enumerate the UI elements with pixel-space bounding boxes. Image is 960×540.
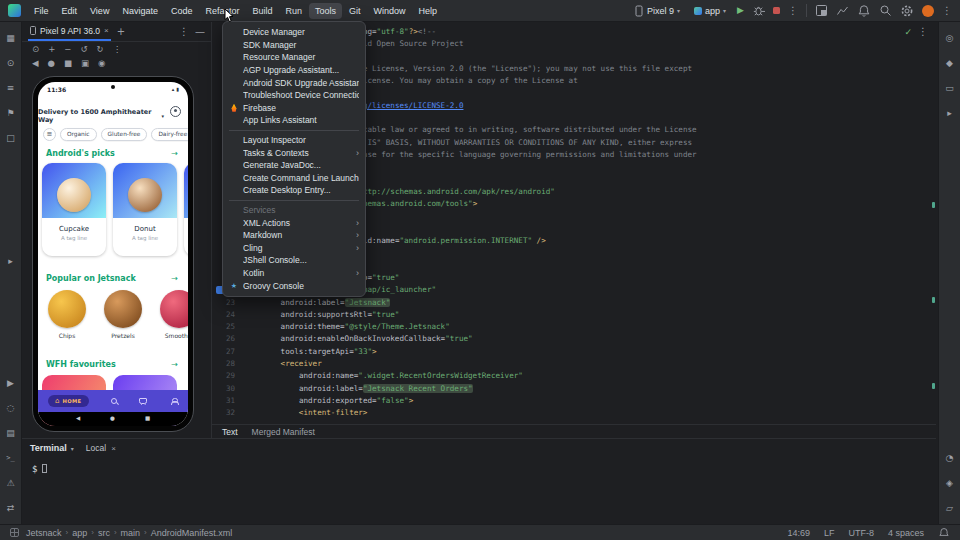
nav-search-icon[interactable] bbox=[111, 398, 117, 404]
menu-item-sdk-manager[interactable]: SDK Manager bbox=[223, 39, 365, 52]
home-icon[interactable]: ● bbox=[48, 59, 55, 68]
android-home-button[interactable]: ● bbox=[110, 416, 115, 422]
menu-item-firebase[interactable]: Firebase bbox=[223, 102, 365, 115]
device-tab[interactable]: Pixel 9 API 36.0 × bbox=[28, 22, 111, 41]
close-icon[interactable]: × bbox=[104, 26, 109, 35]
arrow-forward-icon[interactable]: → bbox=[171, 274, 178, 283]
snack-card-cupcake[interactable]: CupcakeA tag line bbox=[42, 163, 106, 256]
code-line[interactable]: <receiver bbox=[244, 358, 928, 370]
code-line[interactable]: android:supportsRtl="true" bbox=[244, 309, 928, 321]
code-line[interactable]: android:enableOnBackInvokedCallback="tru… bbox=[244, 333, 928, 345]
menu-icon[interactable]: ⋮ bbox=[113, 45, 122, 54]
stop-button[interactable] bbox=[773, 7, 780, 14]
volume-down-icon[interactable]: − bbox=[64, 45, 71, 54]
more-icon[interactable]: ⋮ bbox=[179, 27, 189, 37]
bookmarks-icon[interactable]: ⚑ bbox=[3, 105, 19, 121]
gradle-icon[interactable]: ◆ bbox=[942, 55, 958, 71]
layout-inspector-icon[interactable] bbox=[815, 4, 828, 17]
record-icon[interactable]: ◉ bbox=[98, 59, 105, 68]
close-icon[interactable]: × bbox=[111, 444, 116, 453]
logcat-icon[interactable]: ▤ bbox=[3, 425, 19, 441]
caret-position[interactable]: 14:69 bbox=[787, 528, 810, 538]
emulator-icon[interactable]: ▱ bbox=[942, 500, 958, 516]
structure-icon[interactable]: ≡ bbox=[3, 80, 19, 96]
device-screen[interactable]: 11:36 ▴▮ Delivery to 1600 Amphitheater W… bbox=[38, 82, 188, 426]
rotate-left-icon[interactable]: ↺ bbox=[80, 45, 87, 54]
notifications-icon[interactable] bbox=[857, 4, 871, 18]
filter-chip-gluten-free[interactable]: Gluten-free bbox=[101, 128, 148, 141]
arrow-forward-icon[interactable]: → bbox=[171, 149, 178, 158]
more-vertical-icon[interactable]: ⋮ bbox=[942, 6, 952, 16]
power-icon[interactable]: ⊙ bbox=[32, 45, 39, 54]
debug-button[interactable] bbox=[752, 4, 765, 17]
indent-setting[interactable]: 4 spaces bbox=[888, 528, 924, 538]
breadcrumb-main[interactable]: main bbox=[121, 528, 141, 538]
menu-code[interactable]: Code bbox=[165, 3, 199, 19]
snack-card-partial[interactable] bbox=[184, 163, 188, 256]
menu-item-tasks-contexts[interactable]: Tasks & Contexts› bbox=[223, 146, 365, 159]
menu-item-resource-manager[interactable]: Resource Manager bbox=[223, 51, 365, 64]
menu-item-xml-actions[interactable]: XML Actions› bbox=[223, 216, 365, 229]
running-devices-icon[interactable]: ▸ bbox=[942, 105, 958, 121]
breadcrumb-androidmanifest-xml[interactable]: AndroidManifest.xml bbox=[151, 528, 233, 538]
tab-merged-manifest[interactable]: Merged Manifest bbox=[252, 427, 315, 437]
run-config-selector[interactable]: app ▾ bbox=[691, 4, 729, 18]
terminal-icon[interactable]: >_ bbox=[3, 450, 19, 466]
breadcrumb-jetsnack[interactable]: Jetsnack bbox=[26, 528, 62, 538]
menu-run[interactable]: Run bbox=[279, 3, 308, 19]
breadcrumb-app[interactable]: app bbox=[72, 528, 87, 538]
popular-item-chips[interactable]: Chips bbox=[48, 290, 86, 339]
app-insights-icon[interactable]: ◈ bbox=[942, 475, 958, 491]
menu-item-create-command-line-launcher[interactable]: Create Command Line Launcher... bbox=[223, 172, 365, 185]
breadcrumb-src[interactable]: src bbox=[98, 528, 110, 538]
code-line[interactable]: android:label="Jetsnack Recent Orders" bbox=[244, 383, 928, 395]
back-icon[interactable]: ◀ bbox=[32, 59, 39, 68]
android-back-button[interactable]: ◀ bbox=[76, 416, 80, 422]
version-control-icon[interactable]: ⇄ bbox=[3, 500, 19, 516]
menu-file[interactable]: File bbox=[28, 3, 55, 19]
tab-text[interactable]: Text bbox=[222, 427, 238, 437]
menu-item-markdown[interactable]: Markdown› bbox=[223, 229, 365, 242]
popular-item-smoothie[interactable]: Smoothie bbox=[160, 290, 188, 339]
menu-item-layout-inspector[interactable]: Layout Inspector bbox=[223, 134, 365, 147]
device-manager-icon[interactable]: ▭ bbox=[942, 80, 958, 96]
menu-git[interactable]: Git bbox=[343, 3, 367, 19]
menu-item-services[interactable]: Services bbox=[223, 204, 365, 217]
arrow-forward-icon[interactable]: → bbox=[171, 360, 178, 369]
project-icon[interactable]: ▦ bbox=[3, 30, 19, 46]
inspections-widget[interactable]: ✓ ⋮ bbox=[904, 27, 928, 37]
filter-chip-organic[interactable]: Organic bbox=[60, 128, 97, 141]
more-run-actions-icon[interactable]: ⋮ bbox=[788, 6, 798, 16]
nav-profile-icon[interactable] bbox=[170, 398, 178, 405]
menu-edit[interactable]: Edit bbox=[56, 3, 84, 19]
menu-navigate[interactable]: Navigate bbox=[116, 3, 164, 19]
grid-icon[interactable] bbox=[10, 528, 19, 537]
menu-item-generate-javadoc[interactable]: Generate JavaDoc... bbox=[223, 159, 365, 172]
snack-card-donut[interactable]: DonutA tag line bbox=[113, 163, 177, 256]
delivery-bar[interactable]: Delivery to 1600 Amphitheater Way ▾ bbox=[38, 108, 164, 124]
device-explorer-icon[interactable]: □ bbox=[3, 130, 19, 146]
more-icon[interactable]: ⋮ bbox=[918, 27, 928, 37]
rotate-right-icon[interactable]: ↻ bbox=[97, 45, 104, 54]
menu-item-kotlin[interactable]: Kotlin› bbox=[223, 267, 365, 280]
run-icon[interactable]: ▶ bbox=[3, 375, 19, 391]
menu-refactor[interactable]: Refactor bbox=[199, 3, 245, 19]
profile-icon[interactable] bbox=[170, 106, 181, 117]
menu-help[interactable]: Help bbox=[413, 3, 444, 19]
menu-item-device-manager[interactable]: Device Manager bbox=[223, 26, 365, 39]
filter-icon[interactable]: ≡ bbox=[43, 128, 56, 141]
run-button[interactable]: ▶ bbox=[737, 6, 744, 15]
code-line[interactable]: android:label="Jetsnack" bbox=[244, 297, 928, 309]
menu-item-android-sdk-upgrade-assistant[interactable]: Android SDK Upgrade Assistant bbox=[223, 76, 365, 89]
menu-item-create-desktop-entry[interactable]: Create Desktop Entry... bbox=[223, 184, 365, 197]
nav-home-button[interactable]: ⌂ HOME bbox=[48, 395, 89, 407]
filter-chip-dairy-free[interactable]: Dairy-free bbox=[151, 128, 188, 141]
menu-item-jshell-console[interactable]: JShell Console... bbox=[223, 254, 365, 267]
running-devices-icon[interactable]: ▸ bbox=[3, 253, 19, 269]
debug-icon[interactable]: ◌ bbox=[3, 400, 19, 416]
code-line[interactable]: <intent-filter> bbox=[244, 407, 928, 419]
menu-build[interactable]: Build bbox=[246, 3, 278, 19]
menu-item-groovy-console[interactable]: ★Groovy Console bbox=[223, 279, 365, 292]
chevron-down-icon[interactable]: ▾ bbox=[71, 445, 74, 452]
settings-gear-icon[interactable] bbox=[900, 4, 914, 18]
